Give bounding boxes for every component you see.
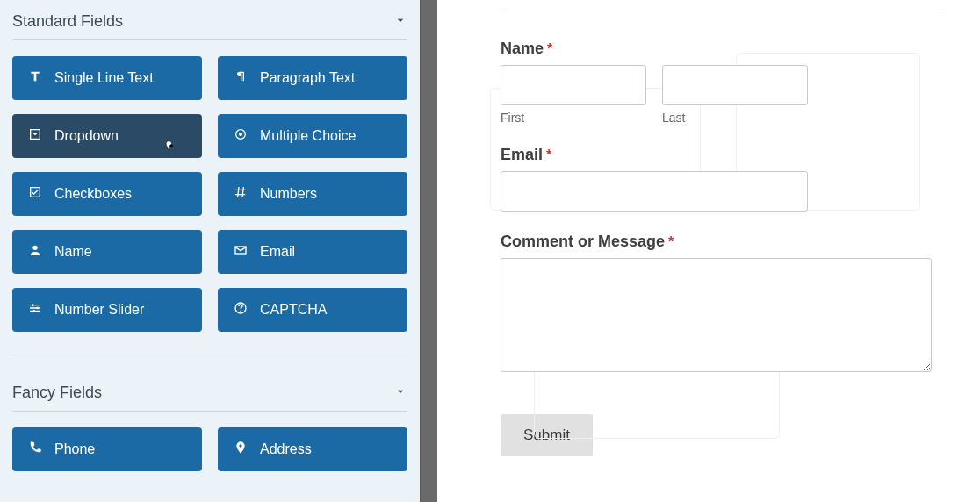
field-phone[interactable]: Phone [12, 427, 202, 471]
form-field-email[interactable]: Email* [501, 146, 945, 212]
question-icon [234, 301, 248, 319]
field-email[interactable]: Email [218, 230, 407, 274]
field-paragraph-text[interactable]: Paragraph Text [218, 56, 407, 100]
section-divider [12, 355, 407, 355]
section-divider [12, 411, 407, 412]
form-field-message[interactable]: Comment or Message* [501, 233, 945, 376]
paragraph-icon [234, 69, 248, 87]
svg-point-7 [32, 310, 35, 312]
svg-point-9 [240, 311, 241, 312]
field-label: Email [260, 244, 295, 260]
user-icon [28, 243, 42, 261]
required-asterisk: * [668, 234, 674, 249]
fields-sidebar: Standard Fields Single Line Text Paragra… [0, 0, 420, 502]
field-label: Checkboxes [54, 186, 132, 202]
svg-point-10 [239, 444, 241, 447]
dropdown-icon [28, 127, 42, 145]
field-label: Single Line Text [54, 70, 154, 86]
field-single-line-text[interactable]: Single Line Text [12, 56, 202, 100]
field-multiple-choice[interactable]: Multiple Choice [218, 114, 407, 158]
svg-point-5 [32, 304, 34, 306]
svg-point-0 [170, 145, 173, 147]
field-label: Dropdown [54, 128, 119, 144]
preview-divider [501, 11, 945, 11]
field-label: Paragraph Text [260, 70, 355, 86]
section-divider [12, 39, 407, 40]
section-title: Standard Fields [12, 12, 123, 31]
chevron-down-icon [393, 13, 407, 31]
svg-point-6 [36, 307, 39, 310]
text-icon [28, 69, 42, 87]
field-label: Address [260, 441, 312, 457]
sublabel-first: First [501, 111, 646, 125]
field-label: Comment or Message [501, 233, 665, 251]
field-checkboxes[interactable]: Checkboxes [12, 172, 202, 216]
field-label: Multiple Choice [260, 128, 356, 144]
sidebar-scrollbar[interactable] [420, 0, 437, 502]
required-asterisk: * [547, 41, 552, 56]
required-asterisk: * [546, 147, 551, 162]
first-name-input[interactable] [501, 65, 646, 105]
hash-icon [234, 185, 248, 203]
field-label: Number Slider [54, 302, 144, 318]
svg-point-2 [239, 133, 242, 136]
cursor-icon [163, 139, 179, 154]
email-input[interactable] [501, 171, 808, 212]
field-number-slider[interactable]: Number Slider [12, 288, 202, 332]
field-captcha[interactable]: CAPTCHA [218, 288, 407, 332]
form-field-name[interactable]: Name* First Last [501, 39, 945, 125]
field-address[interactable]: Address [218, 427, 407, 471]
section-header-standard[interactable]: Standard Fields [12, 0, 407, 39]
submit-button[interactable]: Submit [501, 414, 593, 456]
field-numbers[interactable]: Numbers [218, 172, 407, 216]
field-label: Numbers [260, 186, 317, 202]
sublabel-last: Last [662, 111, 808, 125]
field-label: Name [54, 244, 92, 260]
checkbox-icon [28, 185, 42, 203]
field-label: CAPTCHA [260, 302, 327, 318]
last-name-input[interactable] [662, 65, 808, 105]
chevron-down-icon [393, 384, 407, 402]
field-dropdown[interactable]: Dropdown [12, 114, 202, 158]
svg-point-3 [32, 246, 37, 250]
standard-fields-grid: Single Line Text Paragraph Text Dropdown [12, 56, 407, 332]
field-label: Email [501, 146, 543, 164]
message-textarea[interactable] [501, 258, 932, 372]
section-title: Fancy Fields [12, 384, 102, 402]
pin-icon [234, 441, 248, 458]
phone-icon [28, 441, 42, 458]
field-label: Name [501, 39, 544, 58]
slider-icon [28, 301, 42, 319]
section-header-fancy[interactable]: Fancy Fields [12, 371, 407, 411]
form-preview: Name* First Last Email* Comment or Messa… [437, 0, 980, 502]
fancy-fields-grid: Phone Address [12, 427, 407, 471]
radio-icon [234, 127, 248, 145]
envelope-icon [234, 243, 248, 261]
field-label: Phone [54, 441, 95, 457]
field-name[interactable]: Name [12, 230, 202, 274]
